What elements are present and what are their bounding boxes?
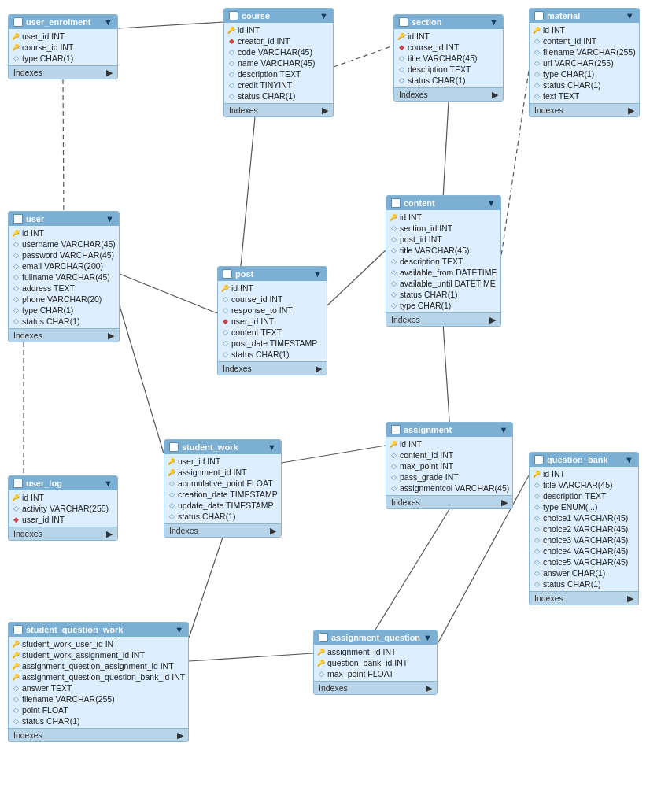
diamond-outline-icon: ◇ — [399, 76, 404, 84]
field-row-material-3: ◇url VARCHAR(255) — [530, 57, 639, 68]
field-row-user-4: ◇fullname VARCHAR(45) — [9, 272, 119, 283]
table-footer-assignment_question[interactable]: Indexes▶ — [314, 681, 437, 694]
table-footer-user[interactable]: Indexes▶ — [9, 328, 119, 342]
table-header-course[interactable]: course▼ — [224, 9, 333, 23]
table-header-arrow-user_log[interactable]: ▼ — [104, 479, 113, 488]
table-footer-question_bank[interactable]: Indexes▶ — [530, 591, 638, 604]
table-header-arrow-assignment[interactable]: ▼ — [499, 425, 508, 434]
table-header-arrow-student_question_work[interactable]: ▼ — [175, 625, 183, 634]
table-header-arrow-question_bank[interactable]: ▼ — [625, 455, 633, 464]
table-header-student_work[interactable]: student_work▼ — [164, 440, 281, 454]
table-footer-assignment[interactable]: Indexes▶ — [386, 495, 512, 508]
table-footer-course[interactable]: Indexes▶ — [224, 103, 333, 116]
field-name-section-0: id INT — [408, 31, 430, 41]
field-row-course-4: ◇description TEXT — [224, 68, 333, 79]
table-body-assignment_question: 🔑assignment_id INT🔑question_bank_id INT◇… — [314, 645, 437, 681]
diamond-outline-icon: ◇ — [229, 92, 234, 100]
diamond-outline-icon: ◇ — [229, 48, 234, 56]
diamond-outline-icon: ◇ — [534, 481, 540, 489]
footer-arrow-question_bank[interactable]: ▶ — [627, 593, 633, 603]
table-header-arrow-user_enrolment[interactable]: ▼ — [104, 17, 113, 27]
key-icon: 🔑 — [397, 33, 405, 40]
table-header-section[interactable]: section▼ — [394, 15, 503, 29]
field-row-course-1: ◆creator_id INT — [224, 35, 333, 46]
field-name-course-1: creator_id INT — [238, 36, 290, 46]
footer-arrow-assignment[interactable]: ▶ — [501, 497, 508, 507]
table-header-student_question_work[interactable]: student_question_work▼ — [9, 623, 188, 637]
footer-arrow-post[interactable]: ▶ — [316, 364, 322, 373]
field-row-user-6: ◇phone VARCHAR(20) — [9, 294, 119, 305]
field-row-user-7: ◇type CHAR(1) — [9, 305, 119, 316]
footer-arrow-material[interactable]: ▶ — [628, 105, 634, 115]
diamond-outline-icon: ◇ — [391, 473, 397, 481]
footer-arrow-user_enrolment[interactable]: ▶ — [106, 68, 113, 77]
field-row-content-7: ◇status CHAR(1) — [386, 289, 500, 300]
diamond-outline-icon: ◇ — [534, 492, 540, 500]
table-header-content[interactable]: content▼ — [386, 196, 500, 210]
footer-arrow-student_question_work[interactable]: ▶ — [177, 730, 183, 740]
table-footer-student_question_work[interactable]: Indexes▶ — [9, 728, 188, 741]
table-footer-user_log[interactable]: Indexes▶ — [9, 527, 117, 540]
footer-label-assignment: Indexes — [391, 497, 420, 507]
svg-line-1 — [63, 79, 64, 211]
table-header-arrow-post[interactable]: ▼ — [313, 269, 322, 279]
field-name-student_work-2: acumulative_point FLOAT — [178, 479, 273, 488]
table-header-arrow-content[interactable]: ▼ — [487, 198, 496, 208]
table-header-arrow-material[interactable]: ▼ — [626, 11, 634, 20]
field-name-user_enrolment-2: type CHAR(1) — [22, 54, 73, 63]
field-name-student_question_work-1: student_work_assignment_id INT — [22, 650, 145, 660]
diamond-outline-icon: ◇ — [223, 306, 228, 314]
field-name-user-5: address TEXT — [22, 283, 75, 293]
field-row-student_question_work-5: ◇filename VARCHAR(255) — [9, 693, 188, 704]
field-name-content-2: post_id INT — [400, 235, 442, 244]
table-icon-user_enrolment — [13, 17, 23, 27]
field-name-assignment_question-1: question_bank_id INT — [327, 658, 408, 667]
footer-arrow-user_log[interactable]: ▶ — [106, 529, 113, 538]
table-footer-content[interactable]: Indexes▶ — [386, 312, 500, 326]
table-footer-student_work[interactable]: Indexes▶ — [164, 523, 281, 537]
table-header-arrow-user[interactable]: ▼ — [105, 214, 114, 224]
table-header-user_enrolment[interactable]: user_enrolment▼ — [9, 15, 117, 29]
field-row-student_work-1: 🔑assignment_id INT — [164, 467, 281, 478]
table-header-arrow-student_work[interactable]: ▼ — [268, 442, 276, 452]
table-header-assignment_question[interactable]: assignment_question▼ — [314, 630, 437, 645]
field-row-assignment_question-2: ◇max_point FLOAT — [314, 668, 437, 679]
field-name-material-3: url VARCHAR(255) — [543, 58, 614, 68]
table-header-user_log[interactable]: user_log▼ — [9, 476, 117, 490]
table-header-user[interactable]: user▼ — [9, 212, 119, 226]
table-body-user: 🔑id INT◇username VARCHAR(45)◇password VA… — [9, 226, 119, 328]
table-label-student_work: student_work — [182, 442, 238, 452]
footer-arrow-user[interactable]: ▶ — [108, 331, 114, 340]
table-label-material: material — [547, 11, 580, 20]
footer-arrow-assignment_question[interactable]: ▶ — [426, 683, 432, 693]
field-row-course-2: ◇code VARCHAR(45) — [224, 46, 333, 57]
table-footer-post[interactable]: Indexes▶ — [218, 361, 327, 375]
table-footer-material[interactable]: Indexes▶ — [530, 103, 639, 116]
field-name-post-6: status CHAR(1) — [231, 349, 290, 359]
table-header-question_bank[interactable]: question_bank▼ — [530, 453, 638, 467]
field-name-content-5: available_from DATETIME — [400, 268, 497, 277]
field-name-content-4: description TEXT — [400, 257, 463, 266]
table-header-material[interactable]: material▼ — [530, 9, 639, 23]
key-icon: 🔑 — [533, 27, 541, 34]
field-name-content-6: available_until DATETIME — [400, 279, 496, 288]
field-name-user-0: id INT — [22, 228, 44, 238]
field-name-question_bank-0: id INT — [543, 469, 565, 479]
footer-arrow-content[interactable]: ▶ — [489, 315, 496, 324]
table-header-arrow-section[interactable]: ▼ — [489, 17, 498, 27]
table-footer-section[interactable]: Indexes▶ — [394, 87, 503, 101]
diamond-outline-icon: ◇ — [391, 246, 397, 254]
footer-label-student_work: Indexes — [169, 526, 198, 535]
footer-arrow-course[interactable]: ▶ — [322, 105, 328, 115]
table-header-post[interactable]: post▼ — [218, 267, 327, 281]
field-row-course-0: 🔑id INT — [224, 24, 333, 35]
footer-arrow-student_work[interactable]: ▶ — [270, 526, 276, 535]
field-name-question_bank-10: status CHAR(1) — [543, 579, 601, 589]
table-header-assignment[interactable]: assignment▼ — [386, 423, 512, 437]
table-footer-user_enrolment[interactable]: Indexes▶ — [9, 65, 117, 79]
field-row-student_work-0: 🔑user_id INT — [164, 456, 281, 467]
table-user: user▼🔑id INT◇username VARCHAR(45)◇passwo… — [8, 211, 120, 342]
footer-arrow-section[interactable]: ▶ — [492, 90, 498, 99]
table-header-arrow-assignment_question[interactable]: ▼ — [423, 633, 432, 642]
table-header-arrow-course[interactable]: ▼ — [319, 11, 328, 20]
